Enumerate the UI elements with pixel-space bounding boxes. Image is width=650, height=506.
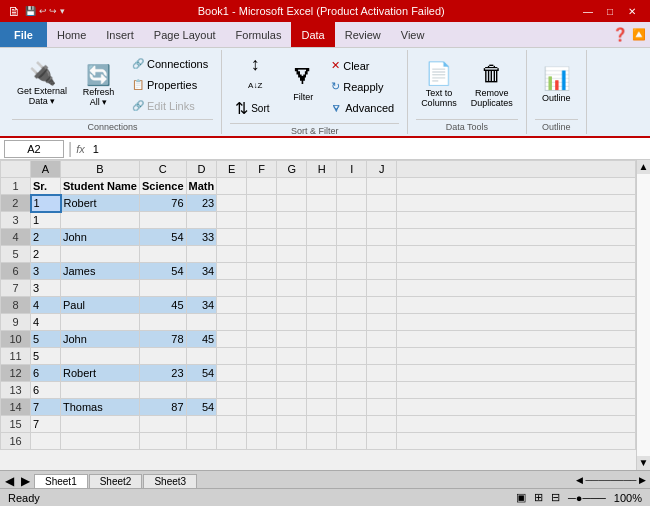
cell[interactable] xyxy=(61,246,140,263)
col-header-E[interactable]: E xyxy=(217,161,247,178)
cell[interactable] xyxy=(247,382,277,399)
cell[interactable] xyxy=(247,297,277,314)
cell[interactable]: 34 xyxy=(186,297,217,314)
help-icon[interactable]: ❓ xyxy=(612,27,628,42)
cell[interactable] xyxy=(247,195,277,212)
cell[interactable] xyxy=(367,331,397,348)
sheet-tab-sheet1[interactable]: Sheet1 xyxy=(34,474,88,488)
cell[interactable] xyxy=(217,365,247,382)
cell[interactable] xyxy=(337,433,367,450)
cell[interactable] xyxy=(247,314,277,331)
cell[interactable] xyxy=(367,416,397,433)
cell[interactable]: 4 xyxy=(31,314,61,331)
cell[interactable] xyxy=(337,314,367,331)
cell[interactable]: 54 xyxy=(186,399,217,416)
cell[interactable]: 1 xyxy=(31,195,61,212)
page-break-icon[interactable]: ⊟ xyxy=(551,491,560,504)
cell[interactable] xyxy=(247,212,277,229)
sheet-tab-sheet3[interactable]: Sheet3 xyxy=(143,474,197,488)
cell[interactable] xyxy=(367,399,397,416)
cell[interactable] xyxy=(247,280,277,297)
menu-home[interactable]: Home xyxy=(47,22,96,47)
cell[interactable] xyxy=(337,195,367,212)
get-external-data-button[interactable]: 🔌 Get ExternalData ▾ xyxy=(12,60,72,109)
cell[interactable]: Science xyxy=(139,178,186,195)
cell[interactable] xyxy=(277,399,307,416)
cell[interactable] xyxy=(277,297,307,314)
cell[interactable]: 6 xyxy=(31,365,61,382)
cell[interactable] xyxy=(61,280,140,297)
cell[interactable] xyxy=(307,212,337,229)
cell[interactable] xyxy=(367,246,397,263)
cell[interactable]: 3 xyxy=(31,263,61,280)
cell[interactable] xyxy=(277,314,307,331)
cell[interactable] xyxy=(217,314,247,331)
cell[interactable] xyxy=(139,280,186,297)
cell[interactable]: Thomas xyxy=(61,399,140,416)
cell[interactable] xyxy=(247,178,277,195)
cell[interactable]: 6 xyxy=(31,382,61,399)
col-header-A[interactable]: A xyxy=(31,161,61,178)
cell[interactable]: Math xyxy=(186,178,217,195)
zoom-slider[interactable]: ─●─── xyxy=(568,492,606,504)
menu-page-layout[interactable]: Page Layout xyxy=(144,22,226,47)
cell[interactable] xyxy=(337,399,367,416)
name-box[interactable] xyxy=(4,140,64,158)
cell[interactable] xyxy=(307,348,337,365)
cell[interactable] xyxy=(307,433,337,450)
cell[interactable] xyxy=(217,195,247,212)
cell[interactable] xyxy=(61,212,140,229)
cell[interactable]: 34 xyxy=(186,263,217,280)
maximize-button[interactable]: □ xyxy=(600,3,620,19)
cell[interactable] xyxy=(186,382,217,399)
cell[interactable] xyxy=(247,399,277,416)
cell[interactable] xyxy=(186,314,217,331)
cell[interactable] xyxy=(367,195,397,212)
cell[interactable] xyxy=(217,331,247,348)
col-header-B[interactable]: B xyxy=(61,161,140,178)
cell[interactable]: Sr. xyxy=(31,178,61,195)
advanced-button[interactable]: ⛛ Advanced xyxy=(326,98,399,118)
filter-button[interactable]: ⛛ Filter xyxy=(284,57,322,117)
cell[interactable]: 54 xyxy=(139,263,186,280)
cell[interactable] xyxy=(337,365,367,382)
cell[interactable]: 78 xyxy=(139,331,186,348)
cell[interactable] xyxy=(367,229,397,246)
cell[interactable]: 76 xyxy=(139,195,186,212)
cell[interactable] xyxy=(247,331,277,348)
cell[interactable] xyxy=(186,416,217,433)
cell[interactable] xyxy=(337,212,367,229)
cell[interactable]: 3 xyxy=(31,280,61,297)
cell[interactable] xyxy=(367,297,397,314)
cell[interactable] xyxy=(307,331,337,348)
cell[interactable]: 23 xyxy=(186,195,217,212)
menu-formulas[interactable]: Formulas xyxy=(226,22,292,47)
cell[interactable]: 33 xyxy=(186,229,217,246)
cell[interactable] xyxy=(367,433,397,450)
cell[interactable] xyxy=(186,212,217,229)
menu-insert[interactable]: Insert xyxy=(96,22,144,47)
cell[interactable] xyxy=(367,178,397,195)
cell[interactable]: 7 xyxy=(31,399,61,416)
cell[interactable] xyxy=(277,229,307,246)
cell[interactable]: 5 xyxy=(31,331,61,348)
cell[interactable] xyxy=(217,229,247,246)
cell[interactable]: 54 xyxy=(139,229,186,246)
menu-file[interactable]: File xyxy=(0,22,47,47)
vertical-scrollbar[interactable]: ▲ ▼ xyxy=(636,160,650,470)
cell[interactable] xyxy=(277,433,307,450)
cell[interactable] xyxy=(337,331,367,348)
cell[interactable] xyxy=(277,331,307,348)
cell[interactable] xyxy=(61,348,140,365)
edit-links-button[interactable]: 🔗 Edit Links xyxy=(127,96,213,116)
cell[interactable] xyxy=(307,297,337,314)
minimize-ribbon-icon[interactable]: 🔼 xyxy=(632,28,646,41)
col-header-D[interactable]: D xyxy=(186,161,217,178)
cell[interactable] xyxy=(307,314,337,331)
cell[interactable] xyxy=(186,280,217,297)
cell[interactable] xyxy=(247,246,277,263)
cell[interactable] xyxy=(247,433,277,450)
cell[interactable] xyxy=(277,246,307,263)
cell[interactable] xyxy=(139,416,186,433)
cell[interactable] xyxy=(217,399,247,416)
